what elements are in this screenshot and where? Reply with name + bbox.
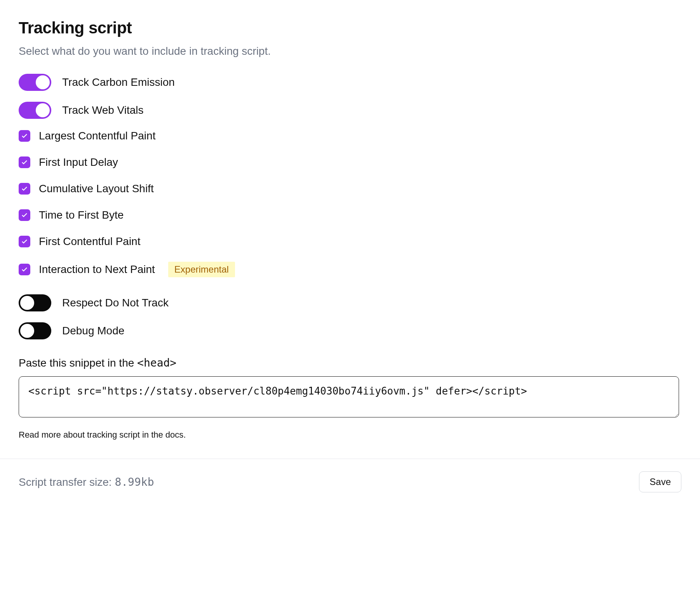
toggle-label-dnt: Respect Do Not Track — [62, 297, 169, 309]
toggle-debug-mode[interactable] — [19, 322, 51, 339]
check-icon — [21, 185, 28, 192]
docs-link[interactable]: Read more about tracking script in the d… — [19, 430, 679, 440]
checkbox-row: Largest Contentful Paint — [19, 130, 679, 142]
checkbox[interactable] — [19, 130, 30, 142]
checkbox-label: Cumulative Layout Shift — [39, 183, 154, 195]
toggle-knob — [36, 103, 50, 117]
checkbox[interactable] — [19, 236, 30, 247]
checkbox-row: Time to First Byte — [19, 209, 679, 221]
checkbox[interactable] — [19, 264, 30, 275]
toggle-web-vitals[interactable] — [19, 102, 51, 119]
toggle-label-debug: Debug Mode — [62, 325, 124, 337]
transfer-size-value: 8.99kb — [115, 476, 154, 489]
check-icon — [21, 238, 28, 245]
check-icon — [21, 159, 28, 166]
checkbox-row: Interaction to Next PaintExperimental — [19, 262, 679, 277]
toggle-knob — [20, 296, 34, 310]
checkbox-row: First Contentful Paint — [19, 235, 679, 248]
toggle-knob — [36, 75, 50, 89]
toggle-label-webvitals: Track Web Vitals — [62, 104, 144, 116]
checkbox-label: Interaction to Next Paint — [39, 263, 155, 276]
checkbox[interactable] — [19, 209, 30, 221]
checkbox-row: First Input Delay — [19, 156, 679, 169]
snippet-label-tag: <head> — [137, 356, 176, 369]
checkbox[interactable] — [19, 156, 30, 168]
checkbox-label: First Contentful Paint — [39, 235, 140, 248]
page-subtitle: Select what do you want to include in tr… — [19, 45, 679, 57]
script-transfer-size: Script transfer size: 8.99kb — [19, 476, 154, 489]
check-icon — [21, 212, 28, 219]
toggle-knob — [20, 324, 34, 338]
checkbox-label: Time to First Byte — [39, 209, 124, 221]
checkbox-label: First Input Delay — [39, 156, 118, 169]
transfer-size-prefix: Script transfer size: — [19, 476, 115, 488]
snippet-label: Paste this snippet in the <head> — [19, 356, 679, 369]
checkbox-label: Largest Contentful Paint — [39, 130, 155, 142]
checkbox-row: Cumulative Layout Shift — [19, 183, 679, 195]
experimental-badge: Experimental — [168, 262, 235, 277]
toggle-label-carbon: Track Carbon Emission — [62, 76, 175, 89]
snippet-textarea[interactable] — [19, 376, 679, 417]
check-icon — [21, 266, 28, 273]
page-title: Tracking script — [19, 19, 679, 37]
check-icon — [21, 132, 28, 139]
checkbox[interactable] — [19, 183, 30, 195]
toggle-do-not-track[interactable] — [19, 294, 51, 311]
save-button[interactable]: Save — [639, 471, 681, 492]
toggle-carbon-emission[interactable] — [19, 74, 51, 91]
snippet-label-prefix: Paste this snippet in the — [19, 357, 137, 369]
